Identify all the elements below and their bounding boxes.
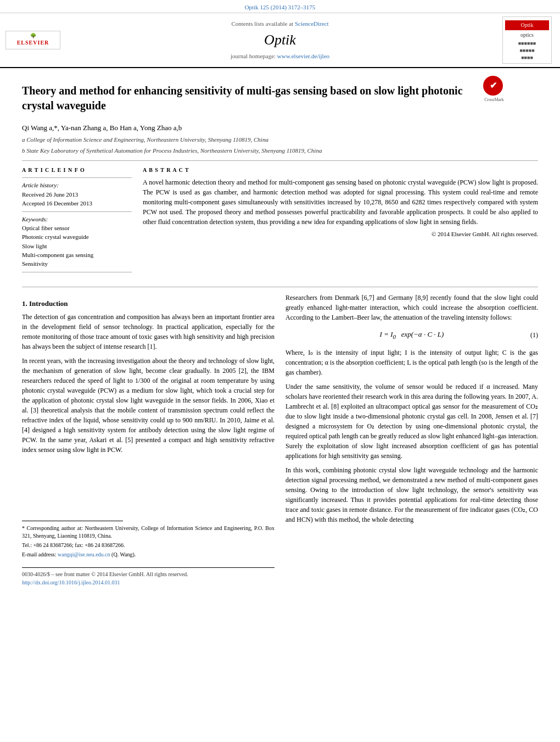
footnote-email: E-mail address: wangqi@ise.neu.edu.cn (Q… — [22, 551, 275, 559]
copyright-notice: © 2014 Elsevier GmbH. All rights reserve… — [143, 230, 538, 238]
right-para-1: Researchers from Denmark [6,7] and Germa… — [285, 293, 538, 322]
footnotes-area: * Corresponding author at: Northeastern … — [22, 521, 275, 559]
article-title: Theory and method for enhancing sensitiv… — [22, 83, 472, 113]
doi-link[interactable]: http://dx.doi.org/10.1016/j.ijleo.2014.0… — [22, 579, 120, 585]
divider-1 — [22, 160, 538, 161]
abstract-section: A B S T R A C T A novel harmonic detecti… — [143, 166, 538, 276]
info-abstract-row: A R T I C L E I N F O Article history: R… — [22, 166, 538, 276]
footnote-star: * Corresponding author at: Northeastern … — [22, 525, 275, 540]
title-row: Theory and method for enhancing sensitiv… — [22, 74, 538, 119]
bottom-bar: 0030-4026/$ – see front matter © 2014 El… — [22, 567, 275, 587]
email-link[interactable]: wangqi@ise.neu.edu.cn — [58, 551, 110, 557]
optik-logo-box: Optik optics ■■■■■■■■■■■■■■■ — [502, 16, 552, 64]
history-label: Article history: — [22, 181, 132, 189]
doi-line: Optik 125 (2014) 3172–3175 — [0, 0, 560, 13]
section-1-para-2: In recent years, with the increasing inv… — [22, 356, 275, 455]
abstract-text: A novel harmonic detection theory and me… — [143, 177, 538, 227]
keywords-label: Keywords: — [22, 215, 132, 224]
elsevier-logo-box: 🌳 ELSEVIER — [5, 31, 60, 49]
keyword-2: Photonic crystal waveguide — [22, 233, 132, 241]
info-divider-mid — [22, 211, 132, 212]
body-columns: 1. Introduction The detection of gas con… — [22, 293, 538, 587]
optik-logo-sub: optics — [505, 31, 549, 39]
keyword-5: Sensitivity — [22, 260, 132, 268]
crossmark-icon: ✔ — [483, 76, 503, 96]
column-right: Researchers from Denmark [6,7] and Germa… — [285, 293, 538, 587]
right-para-2: Where, I₀ is the intensity of input ligh… — [285, 348, 538, 377]
accepted-date: Accepted 16 December 2013 — [22, 199, 132, 208]
article-info-title: A R T I C L E I N F O — [22, 166, 132, 174]
abstract-title: A B S T R A C T — [143, 166, 538, 174]
optik-logo: Optik optics ■■■■■■■■■■■■■■■ — [500, 16, 555, 64]
journal-homepage: journal homepage: www.elsevier.de/ijleo — [60, 52, 500, 60]
equation-text: I = I0 exp(−α · C · L) — [285, 329, 538, 341]
equation-1: I = I0 exp(−α · C · L) (1) — [285, 329, 538, 341]
section-1-title: 1. Introduction — [22, 298, 275, 309]
journal-header: 🌳 ELSEVIER Contents lists available at S… — [0, 13, 560, 68]
column-left: 1. Introduction The detection of gas con… — [22, 293, 275, 587]
equation-number: (1) — [530, 330, 538, 340]
journal-name: Optik — [60, 30, 500, 50]
footnote-tel: Tel.: +86 24 83687266; fax: +86 24 83687… — [22, 542, 275, 549]
homepage-url[interactable]: www.elsevier.de/ijleo — [277, 53, 329, 59]
crossmark-badge: ✔ CrossMark — [483, 76, 505, 98]
info-divider-bot — [22, 272, 132, 272]
main-content: Theory and method for enhancing sensitiv… — [0, 68, 560, 598]
right-para-3: Under the same sensitivity, the volume o… — [285, 382, 538, 461]
crossmark-label: CrossMark — [483, 97, 505, 103]
email-label: E-mail address: — [22, 551, 56, 557]
section-1-para-1: The detection of gas concentration and c… — [22, 312, 275, 352]
right-para-4: In this work, combining photonic crystal… — [285, 465, 538, 525]
affiliation-b: b State Key Laboratory of Synthetical Au… — [22, 146, 538, 155]
sciencedirect-line: Contents lists available at ScienceDirec… — [60, 20, 500, 28]
elsevier-logo: 🌳 ELSEVIER — [5, 31, 60, 49]
affiliation-a: a College of Information Science and Eng… — [22, 135, 538, 144]
authors: Qi Wang a,*, Ya-nan Zhang a, Bo Han a, Y… — [22, 123, 538, 133]
doi-url: http://dx.doi.org/10.1016/j.ijleo.2014.0… — [22, 578, 275, 587]
elsevier-tree-icon: 🌳 — [10, 34, 55, 39]
journal-center: Contents lists available at ScienceDirec… — [60, 20, 500, 61]
elsevier-label: ELSEVIER — [10, 39, 55, 47]
info-divider-top — [22, 177, 132, 178]
keyword-3: Slow light — [22, 242, 132, 250]
article-info: A R T I C L E I N F O Article history: R… — [22, 166, 132, 276]
keyword-1: Optical fiber sensor — [22, 224, 132, 232]
keyword-4: Multi-component gas sensing — [22, 251, 132, 259]
issn-text: 0030-4026/$ – see front matter © 2014 El… — [22, 570, 275, 578]
sciencedirect-link[interactable]: ScienceDirect — [295, 20, 329, 27]
doi-text: Optik 125 (2014) 3172–3175 — [245, 4, 316, 10]
optik-logo-desc: ■■■■■■■■■■■■■■■ — [505, 40, 549, 61]
optik-logo-inner: Optik — [505, 20, 549, 30]
divider-2 — [22, 287, 538, 287]
email-suffix: (Q. Wang). — [111, 551, 136, 557]
footnote-divider — [22, 521, 123, 521]
received-date: Received 26 June 2013 — [22, 191, 132, 199]
